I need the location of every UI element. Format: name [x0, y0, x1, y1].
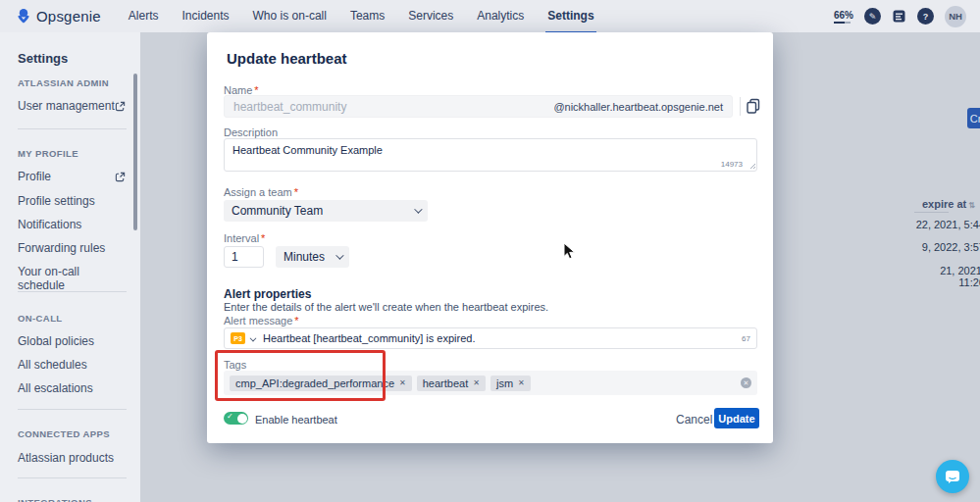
section-on-call: ON-CALL [18, 313, 63, 324]
tag-pill: jsm ✕ [490, 376, 531, 391]
section-atlassian-admin: ATLASSIAN ADMIN [18, 77, 109, 88]
opsgenie-logo[interactable]: Opsgenie [17, 8, 101, 25]
required-asterisk: * [294, 186, 298, 198]
table-row-expire-at: 21, 2021, 11:26 [911, 265, 980, 288]
alert-properties-heading: Alert properties [224, 287, 311, 301]
column-header-expire-at[interactable]: expire at⇅ [922, 198, 975, 210]
settings-sidebar: Settings ATLASSIAN ADMIN User management… [0, 32, 140, 502]
clear-tags-icon[interactable]: ✕ [741, 377, 751, 388]
tags-label: Tags [224, 359, 246, 371]
tag-pill: heartbeat ✕ [417, 376, 486, 391]
help-icon[interactable]: ? [917, 8, 934, 25]
nav-item-who-is-on-call[interactable]: Who is on-call [241, 0, 338, 32]
nav-item-analytics[interactable]: Analytics [465, 0, 536, 32]
description-char-counter: 14973 [721, 160, 743, 169]
heartbeat-url: @nickhaller.heartbeat.opsgenie.net [553, 101, 723, 113]
sidebar-item-profile-settings[interactable]: Profile settings [18, 194, 126, 208]
usage-progress-bar [834, 22, 851, 24]
sidebar-item-forwarding-rules[interactable]: Forwarding rules [18, 241, 126, 255]
sidebar-item-user-management[interactable]: User management [18, 99, 126, 113]
nav-item-alerts[interactable]: Alerts [117, 0, 171, 32]
table-row-expire-at: 22, 2021, 5:44 [911, 219, 980, 230]
sidebar-divider [18, 409, 127, 410]
remove-tag-icon[interactable]: ✕ [473, 378, 480, 387]
edit-icon[interactable]: ✎ [864, 8, 881, 25]
sidebar-item-all-schedules[interactable]: All schedules [18, 358, 126, 372]
update-heartbeat-modal: Update heartbeat Name* heartbeat_communi… [207, 32, 773, 443]
nav-right-cluster: 66% ✎ ? NH [834, 6, 966, 27]
required-asterisk: * [294, 315, 298, 326]
required-asterisk: * [261, 232, 265, 244]
sort-icon: ⇅ [968, 201, 975, 210]
alert-message-value: Heartbeat [heartbeat_community] is expir… [263, 332, 475, 344]
top-nav: Opsgenie Alerts Incidents Who is on-call… [0, 0, 980, 32]
alert-message-label: Alert message* [224, 315, 299, 326]
sidebar-divider [18, 477, 127, 478]
description-textarea[interactable]: Heartbeat Community Example [224, 138, 757, 172]
chat-widget-button[interactable] [936, 460, 969, 493]
modal-title: Update heartbeat [227, 50, 347, 67]
chat-icon [945, 470, 960, 484]
usage-percent: 66% [834, 10, 853, 21]
avatar[interactable]: NH [945, 6, 966, 27]
section-connected-apps: CONNECTED APPS [18, 428, 110, 439]
enable-heartbeat-toggle[interactable]: ✓ [224, 412, 248, 425]
usage-indicator[interactable]: 66% [834, 10, 853, 24]
sidebar-divider [18, 128, 127, 129]
nav-item-settings[interactable]: Settings [536, 0, 605, 32]
resize-handle[interactable] [749, 163, 756, 170]
team-label: Assign a team* [224, 186, 298, 198]
chevron-down-icon [414, 205, 422, 213]
interval-label: Interval* [224, 232, 265, 244]
alert-message-input[interactable]: P3 Heartbeat [heartbeat_community] is ex… [224, 327, 757, 349]
section-my-profile: MY PROFILE [18, 148, 78, 159]
enable-heartbeat-label: Enable heartbeat [255, 414, 337, 426]
sidebar-item-global-policies[interactable]: Global policies [18, 334, 126, 348]
description-label: Description [224, 126, 278, 138]
cancel-button[interactable]: Cancel [676, 413, 712, 427]
brand-name: Opsgenie [36, 8, 101, 25]
alert-properties-subtext: Enter the details of the alert we'll cre… [224, 301, 548, 313]
sidebar-title: Settings [18, 51, 68, 66]
remove-tag-icon[interactable]: ✕ [518, 378, 525, 387]
external-link-icon [115, 101, 126, 112]
chevron-down-icon [335, 251, 343, 259]
nav-item-incidents[interactable]: Incidents [171, 0, 241, 32]
external-link-icon [115, 172, 126, 182]
remove-tag-icon[interactable]: ✕ [399, 378, 406, 387]
opsgenie-logo-icon [17, 9, 30, 24]
divider [740, 97, 741, 116]
toggle-knob [237, 414, 247, 424]
nav-item-teams[interactable]: Teams [338, 0, 396, 32]
sidebar-divider [18, 291, 127, 292]
section-integrations-cutoff: INTEGRATIONS [18, 497, 92, 502]
billing-icon[interactable] [892, 9, 906, 24]
copy-icon[interactable] [746, 98, 761, 114]
table-header-divider [914, 212, 949, 213]
alert-message-char-counter: 67 [742, 334, 750, 343]
name-value: heartbeat_community [233, 100, 346, 114]
sidebar-item-on-call-schedule[interactable]: Your on-call schedule [18, 265, 126, 292]
chevron-down-icon[interactable] [250, 335, 257, 342]
tags-input[interactable]: cmp_API:degraded_performance ✕ heartbeat… [224, 371, 757, 395]
interval-value-input[interactable]: 1 [224, 246, 264, 268]
sidebar-item-notifications[interactable]: Notifications [18, 218, 126, 231]
priority-badge[interactable]: P3 [231, 332, 245, 344]
sidebar-item-all-escalations[interactable]: All escalations [18, 381, 126, 395]
tag-pill: cmp_API:degraded_performance ✕ [230, 376, 412, 391]
sidebar-item-profile[interactable]: Profile [18, 170, 126, 183]
update-button[interactable]: Update [714, 408, 759, 428]
nav-menu: Alerts Incidents Who is on-call Teams Se… [117, 0, 606, 32]
sidebar-item-atlassian-products[interactable]: Atlassian products [18, 451, 126, 465]
toggle-check-icon: ✓ [227, 412, 233, 421]
sidebar-scrollbar[interactable] [133, 74, 137, 230]
create-heartbeat-button[interactable]: Create heartbeat [967, 108, 980, 128]
nav-item-services[interactable]: Services [396, 0, 465, 32]
table-row-expire-at: 9, 2022, 3:57 [911, 241, 980, 253]
interval-unit-select[interactable]: Minutes [276, 246, 349, 268]
team-select[interactable]: Community Team [224, 200, 428, 222]
name-input: heartbeat_community @nickhaller.heartbea… [224, 95, 733, 118]
